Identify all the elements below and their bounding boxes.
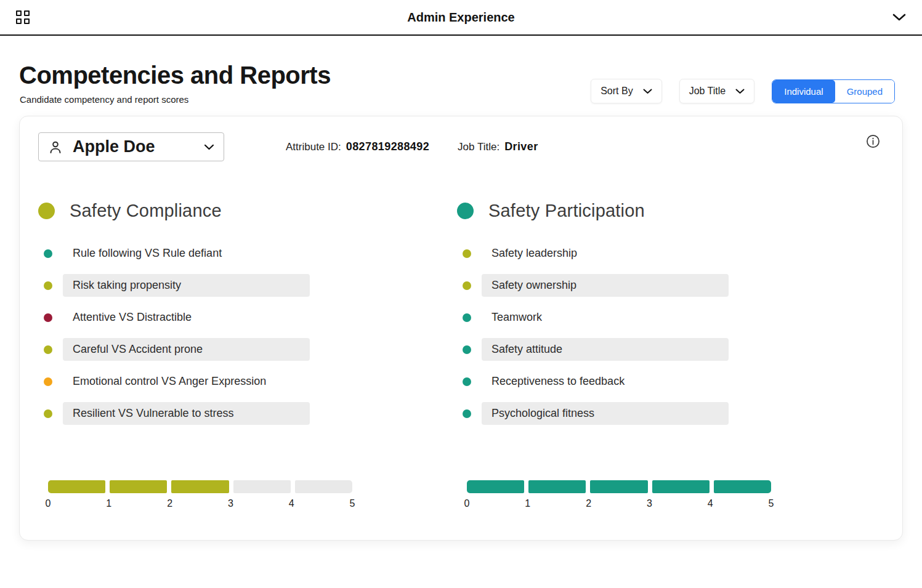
competency-dot-icon: [463, 345, 471, 354]
competency-dot-icon: [44, 249, 52, 258]
grid-square: [16, 18, 22, 24]
list-item: Emotional control VS Anger Expression: [38, 370, 354, 393]
chevron-down-icon: [204, 144, 214, 150]
candidate-select[interactable]: Apple Doe: [38, 132, 224, 161]
competency-dot-icon: [44, 409, 52, 418]
grid-square: [24, 10, 30, 16]
competency-dot-icon: [463, 281, 471, 290]
tick-label: 4: [287, 498, 296, 509]
score-bar-segments: [467, 480, 771, 493]
bar-segment: [110, 480, 167, 493]
bar-segment: [652, 480, 710, 493]
toggle-grouped[interactable]: Grouped: [835, 80, 894, 103]
bar-segment: [48, 480, 105, 493]
job-title-value: Driver: [504, 140, 538, 153]
column-title: Safety Compliance: [70, 201, 222, 221]
score-bar-segments: [48, 480, 352, 493]
card-header: Apple Doe Attribute ID: 0827819288492 Jo…: [38, 132, 884, 161]
toolbar: Sort By Job Title Individual Grouped: [591, 79, 895, 105]
competency-label: Safety ownership: [482, 274, 729, 297]
grid-square: [24, 18, 30, 24]
score-axis: 0 1 2 3 4 5: [463, 498, 775, 509]
bar-segment: [171, 480, 228, 493]
job-title-filter-label: Job Title: [689, 86, 726, 97]
bar-segment: [467, 480, 524, 493]
attribute-id-meta: Attribute ID: 0827819288492: [286, 140, 429, 153]
job-title-dropdown[interactable]: Job Title: [679, 79, 755, 103]
competency-label: Resilient VS Vulnerable to stress: [63, 402, 310, 425]
competency-label: Attentive VS Distractible: [63, 306, 310, 329]
bar-segment: [295, 480, 352, 493]
competency-list: Safety leadership Safety ownership Teamw…: [457, 242, 772, 425]
candidate-name: Apple Doe: [73, 137, 194, 156]
score-bar: 0 1 2 3 4 5: [48, 480, 352, 509]
list-item: Rule following VS Rule defiant: [38, 242, 354, 265]
competency-dot-icon: [44, 313, 52, 322]
attribute-id-label: Attribute ID:: [286, 141, 341, 153]
list-item: Safety leadership: [457, 242, 772, 265]
competency-card: Apple Doe Attribute ID: 0827819288492 Jo…: [19, 116, 903, 541]
score-bar: 0 1 2 3 4 5: [467, 480, 771, 509]
competency-dot-icon: [44, 281, 52, 290]
list-item: Safety ownership: [457, 274, 772, 297]
list-item: Resilient VS Vulnerable to stress: [38, 402, 354, 425]
attribute-id-value: 0827819288492: [346, 140, 429, 153]
competency-label: Safety attitude: [482, 338, 729, 361]
competency-label: Teamwork: [482, 306, 729, 329]
chevron-down-icon[interactable]: [892, 14, 906, 22]
app-title: Admin Experience: [407, 10, 515, 25]
competency-label: Rule following VS Rule defiant: [63, 242, 310, 265]
category-dot-icon: [38, 203, 55, 219]
list-item: Careful VS Accident prone: [38, 338, 354, 361]
tick-label: 1: [105, 498, 113, 509]
tick-label: 2: [166, 498, 174, 509]
list-item: Psychological fitness: [457, 402, 772, 425]
info-icon[interactable]: [862, 134, 884, 151]
main-content: Competencies and Reports Candidate compe…: [0, 36, 922, 541]
competency-label: Safety leadership: [482, 242, 729, 265]
column-header: Safety Participation: [457, 201, 772, 221]
view-toggle: Individual Grouped: [772, 79, 895, 103]
chevron-down-icon: [643, 89, 652, 94]
competency-dot-icon: [463, 313, 471, 322]
competency-dot-icon: [44, 345, 52, 354]
top-bar: Admin Experience: [0, 0, 922, 36]
tick-label: 3: [226, 498, 235, 509]
list-item: Receptiveness to feedback: [457, 370, 772, 393]
tick-label: 0: [463, 498, 471, 509]
sort-by-dropdown[interactable]: Sort By: [591, 79, 661, 103]
column-safety-participation: Safety Participation Safety leadership S…: [457, 201, 772, 509]
chevron-down-icon: [735, 89, 745, 94]
competency-label: Receptiveness to feedback: [482, 370, 729, 393]
toggle-individual[interactable]: Individual: [772, 80, 835, 103]
competency-columns: Safety Compliance Rule following VS Rule…: [38, 201, 884, 509]
grid-square: [16, 10, 22, 16]
bar-segment: [233, 480, 291, 493]
column-title: Safety Participation: [488, 201, 645, 221]
competency-label: Psychological fitness: [482, 402, 729, 425]
tick-label: 4: [706, 498, 714, 509]
column-header: Safety Compliance: [38, 201, 354, 221]
tick-label: 5: [767, 498, 775, 509]
competency-dot-icon: [44, 377, 52, 386]
list-item: Attentive VS Distractible: [38, 306, 354, 329]
tick-label: 0: [44, 498, 52, 509]
page-title-block: Competencies and Reports Candidate compe…: [19, 62, 331, 105]
competency-label: Emotional control VS Anger Expression: [63, 370, 310, 393]
apps-grid-icon[interactable]: [16, 10, 30, 24]
competency-dot-icon: [463, 377, 471, 386]
bar-segment: [528, 480, 586, 493]
person-icon: [48, 140, 63, 155]
page-header: Competencies and Reports Candidate compe…: [0, 36, 922, 105]
job-title-label: Job Title:: [458, 141, 499, 153]
sort-by-label: Sort By: [601, 86, 633, 97]
competency-label: Careful VS Accident prone: [63, 338, 310, 361]
page-subtitle: Candidate competency and report scores: [20, 94, 331, 105]
list-item: Teamwork: [457, 306, 772, 329]
job-title-meta: Job Title: Driver: [458, 140, 538, 153]
competency-dot-icon: [463, 249, 471, 258]
tick-label: 3: [645, 498, 653, 509]
tick-label: 5: [348, 498, 357, 509]
bar-segment: [714, 480, 771, 493]
competency-dot-icon: [463, 409, 471, 418]
